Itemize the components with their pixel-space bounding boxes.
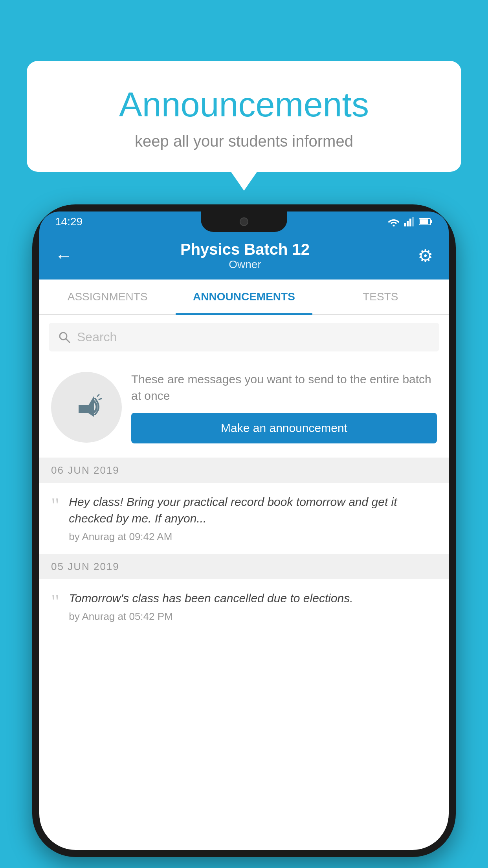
tab-announcements[interactable]: ANNOUNCEMENTS	[176, 280, 312, 314]
content-scroll[interactable]: Search	[39, 315, 449, 850]
svg-rect-1	[404, 223, 406, 226]
header-subtitle: Owner	[180, 258, 310, 271]
search-icon	[58, 331, 71, 344]
announcement-text-1: Hey class! Bring your practical record b…	[69, 494, 437, 527]
svg-line-9	[66, 339, 70, 342]
battery-icon	[419, 218, 433, 226]
phone-wrapper: 14:29	[32, 204, 456, 857]
svg-rect-3	[409, 219, 411, 226]
promo-description: These are messages you want to send to t…	[131, 371, 437, 404]
quote-icon-1: "	[51, 495, 59, 516]
promo-icon-circle	[51, 372, 122, 443]
status-time: 14:29	[55, 215, 83, 228]
speech-bubble-title: Announcements	[42, 85, 446, 125]
speech-bubble: Announcements keep all your students inf…	[27, 61, 461, 172]
tabs-bar: ASSIGNMENTS ANNOUNCEMENTS TESTS	[39, 280, 449, 315]
phone-camera	[240, 217, 248, 226]
date-separator-2: 05 JUN 2019	[39, 554, 449, 579]
signal-icon	[404, 217, 415, 226]
announcement-item-2[interactable]: " Tomorrow's class has been cancelled du…	[39, 579, 449, 634]
svg-rect-2	[407, 221, 409, 226]
svg-rect-4	[412, 217, 414, 226]
speech-bubble-subtitle: keep all your students informed	[42, 132, 446, 150]
announcement-meta-2: by Anurag at 05:42 PM	[69, 611, 437, 623]
megaphone-icon	[67, 388, 106, 427]
gear-button[interactable]: ⚙	[418, 246, 433, 266]
promo-content: These are messages you want to send to t…	[131, 371, 437, 443]
app-header: ← Physics Batch 12 Owner ⚙	[39, 232, 449, 280]
quote-icon-2: "	[51, 592, 59, 612]
promo-card: These are messages you want to send to t…	[39, 359, 449, 458]
svg-point-0	[393, 225, 395, 227]
svg-rect-7	[431, 220, 432, 223]
announcement-meta-1: by Anurag at 09:42 AM	[69, 531, 437, 543]
svg-line-11	[97, 395, 99, 396]
announcement-content-2: Tomorrow's class has been cancelled due …	[69, 590, 437, 623]
tab-assignments[interactable]: ASSIGNMENTS	[39, 280, 176, 314]
speech-bubble-section: Announcements keep all your students inf…	[27, 61, 461, 172]
announcement-text-2: Tomorrow's class has been cancelled due …	[69, 590, 437, 607]
announcement-content-1: Hey class! Bring your practical record b…	[69, 494, 437, 543]
search-bar[interactable]: Search	[49, 323, 439, 351]
search-container: Search	[39, 315, 449, 359]
svg-rect-6	[420, 219, 428, 224]
announcement-item-1[interactable]: " Hey class! Bring your practical record…	[39, 483, 449, 554]
make-announcement-button[interactable]: Make an announcement	[131, 413, 437, 443]
header-center: Physics Batch 12 Owner	[180, 241, 310, 271]
status-icons	[387, 217, 433, 226]
phone-frame: 14:29	[32, 204, 456, 857]
search-placeholder: Search	[77, 330, 117, 344]
app-screen: ← Physics Batch 12 Owner ⚙ ASSIGNMENTS A…	[39, 232, 449, 850]
wifi-icon	[387, 217, 400, 226]
back-button[interactable]: ←	[55, 246, 72, 266]
svg-rect-10	[79, 405, 85, 413]
date-separator-1: 06 JUN 2019	[39, 458, 449, 483]
svg-line-12	[99, 399, 101, 399]
tab-tests[interactable]: TESTS	[312, 280, 449, 314]
phone-notch	[201, 211, 287, 232]
header-title: Physics Batch 12	[180, 241, 310, 258]
